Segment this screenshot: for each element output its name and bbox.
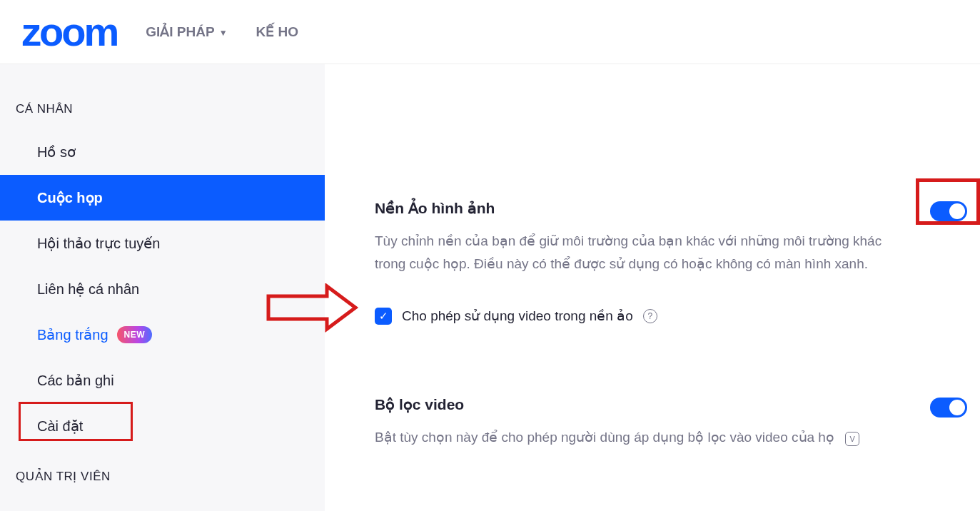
sidebar-item-settings[interactable]: Cài đặt — [0, 403, 325, 449]
sidebar-item-label: Hội thảo trực tuyến — [37, 235, 160, 252]
setting-desc: Tùy chỉnh nền của bạn để giữ môi trường … — [375, 230, 896, 276]
setting-title: Nền Ảo hình ảnh — [375, 200, 901, 217]
checkbox-label: Cho phép sử dụng video trong nền ảo — [402, 308, 633, 324]
setting-title: Bộ lọc video — [375, 396, 901, 413]
modified-reset-icon[interactable]: V — [845, 432, 859, 446]
sidebar-item-label: Các bản ghi — [37, 372, 114, 389]
setting-video-filter: Bộ lọc video Bật tùy chọn này để cho phé… — [375, 396, 967, 449]
sidebar-heading-admin: QUẢN TRỊ VIÊN — [0, 449, 325, 497]
zoom-logo: zoom — [21, 12, 117, 52]
sidebar-item-meetings[interactable]: Cuộc họp — [0, 175, 325, 221]
allow-video-bg-row: ✓ Cho phép sử dụng video trong nền ảo ? — [375, 308, 967, 325]
check-icon: ✓ — [379, 310, 388, 323]
nav-solutions-label: GIẢI PHÁP — [146, 24, 214, 40]
nav-solutions[interactable]: GIẢI PHÁP ▼ — [146, 24, 227, 40]
video-filter-toggle[interactable] — [930, 398, 967, 418]
nav-plans-label: KẾ HO — [256, 24, 299, 40]
sidebar-heading-personal: CÁ NHÂN — [0, 89, 325, 129]
sidebar-item-label: Cài đặt — [37, 418, 83, 435]
allow-video-bg-checkbox[interactable]: ✓ — [375, 308, 392, 325]
chevron-down-icon: ▼ — [219, 28, 228, 38]
sidebar-item-label: Bảng trắng — [37, 326, 108, 343]
help-icon[interactable]: ? — [643, 309, 657, 323]
sidebar: CÁ NHÂN Hồ sơ Cuộc họp Hội thảo trực tuy… — [0, 64, 325, 511]
setting-desc: Bật tùy chọn này để cho phép người dùng … — [375, 426, 889, 449]
sidebar-item-profile[interactable]: Hồ sơ — [0, 129, 325, 175]
virtual-bg-toggle[interactable] — [930, 201, 967, 221]
sidebar-item-webinars[interactable]: Hội thảo trực tuyến — [0, 221, 325, 266]
main-content: Nền Ảo hình ảnh Tùy chỉnh nền của bạn để… — [325, 64, 980, 511]
nav-plans[interactable]: KẾ HO — [256, 24, 299, 40]
sidebar-item-recordings[interactable]: Các bản ghi — [0, 358, 325, 403]
header: zoom GIẢI PHÁP ▼ KẾ HO — [0, 0, 980, 64]
setting-virtual-background: Nền Ảo hình ảnh Tùy chỉnh nền của bạn để… — [375, 200, 967, 325]
sidebar-item-label: Cuộc họp — [37, 189, 103, 206]
sidebar-item-whiteboards[interactable]: Bảng trắng NEW — [0, 312, 325, 358]
sidebar-item-label: Hồ sơ — [37, 143, 76, 161]
new-badge: NEW — [117, 326, 153, 343]
sidebar-item-label: Liên hệ cá nhân — [37, 280, 139, 298]
sidebar-item-contacts[interactable]: Liên hệ cá nhân — [0, 266, 325, 312]
